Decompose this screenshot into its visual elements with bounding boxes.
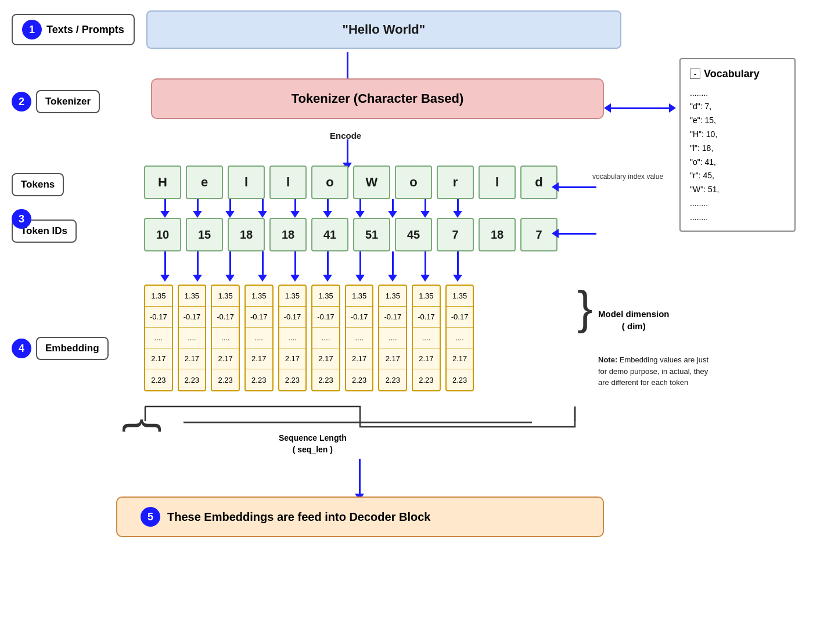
arrow-h-line xyxy=(611,107,669,109)
emb-col-6: 1.35 -0.17 .... 2.17 2.23 xyxy=(345,285,374,391)
tokenid-7a: 7 xyxy=(437,218,474,251)
arrow-t7 xyxy=(388,199,397,218)
emb-col-3: 1.35 -0.17 .... 2.17 2.23 xyxy=(244,285,274,391)
step4-circle: 4 xyxy=(12,339,31,358)
emb-7-3: 2.17 xyxy=(379,348,406,369)
emb-8-3: 2.17 xyxy=(413,348,440,369)
arrow-hl xyxy=(552,182,559,192)
emb-5-2: .... xyxy=(312,328,339,348)
arrow-hl2 xyxy=(552,229,559,238)
arrow-h2 xyxy=(552,229,596,238)
emb-col-0: 1.35 -0.17 .... 2.17 2.23 xyxy=(144,285,173,391)
emb-4-4: 2.23 xyxy=(279,369,306,390)
arrow-t5 xyxy=(323,199,332,218)
arrow-t9 xyxy=(453,199,462,218)
tokenizer-box: Tokenizer (Character Based) xyxy=(151,78,604,119)
emb-col-4: 1.35 -0.17 .... 2.17 2.23 xyxy=(278,285,307,391)
emb-3-2: .... xyxy=(246,328,272,348)
vocab-entry-8: ........ xyxy=(690,197,785,211)
tokenid-18b: 18 xyxy=(269,218,307,251)
emb-5-3: 2.17 xyxy=(312,348,339,369)
step5-label: These Embeddings are feed into Decoder B… xyxy=(167,510,430,524)
tokenid-51: 51 xyxy=(353,218,390,251)
emb-1-1: -0.17 xyxy=(179,307,206,328)
emb-1-3: 2.17 xyxy=(179,348,206,369)
arrow-encode-line xyxy=(347,139,348,163)
emb-1-2: .... xyxy=(179,328,206,348)
arrow-tokenizer-vocab xyxy=(604,103,676,113)
emb-1-4: 2.23 xyxy=(179,369,206,390)
emb-col-9: 1.35 -0.17 .... 2.17 2.23 xyxy=(445,285,474,391)
emb-7-0: 1.35 xyxy=(379,286,406,307)
emb-col-8: 1.35 -0.17 .... 2.17 2.23 xyxy=(412,285,441,391)
arrow-vocab-index xyxy=(552,182,596,192)
tokens-row: H e l l o W o r l d xyxy=(144,166,557,199)
vocab-entry-0: ........ xyxy=(690,87,785,100)
arrow-t6 xyxy=(355,199,365,218)
vocabulary-box: - Vocabulary ........ "d": 7, "e": 15, "… xyxy=(679,58,796,232)
arrow-head-right xyxy=(669,103,676,113)
vocab-entry-5: "o": 41, xyxy=(690,156,785,170)
arrows-id-to-emb xyxy=(144,251,446,282)
arrow-e3 xyxy=(258,251,267,282)
seq-len-label: Sequence Length( seq_len ) xyxy=(279,433,347,455)
emb-4-0: 1.35 xyxy=(279,286,306,307)
arrow-e2 xyxy=(225,251,235,282)
token-o1: o xyxy=(311,166,348,199)
token-H: H xyxy=(144,166,181,199)
step4-label: 4 Embedding xyxy=(12,337,109,360)
emb-0-0: 1.35 xyxy=(145,286,172,307)
emb-9-1: -0.17 xyxy=(447,307,473,328)
token-l1: l xyxy=(228,166,265,199)
emb-6-4: 2.23 xyxy=(346,369,373,390)
emb-3-0: 1.35 xyxy=(246,286,272,307)
step1-circle: 1 xyxy=(22,20,42,39)
arrow-e0 xyxy=(160,251,170,282)
vocab-entry-9: ........ xyxy=(690,211,785,225)
vocabulary-title: - Vocabulary xyxy=(690,65,785,83)
token-ids-row: 10 15 18 18 41 51 45 7 18 7 xyxy=(144,218,557,251)
arrow-t3 xyxy=(258,199,267,218)
row1-texts-prompts: 1 Texts / Prompts "Hello World" xyxy=(12,10,621,49)
arrow-e7 xyxy=(388,251,397,282)
tokenid-10: 10 xyxy=(144,218,181,251)
token-l3: l xyxy=(479,166,516,199)
emb-0-1: -0.17 xyxy=(145,307,172,328)
arrow-e8 xyxy=(420,251,430,282)
emb-0-4: 2.23 xyxy=(145,369,172,390)
step1-label-box: 1 Texts / Prompts xyxy=(12,14,135,45)
emb-5-4: 2.23 xyxy=(312,369,339,390)
emb-5-1: -0.17 xyxy=(312,307,339,328)
emb-6-2: .... xyxy=(346,328,373,348)
step4-label-box: Embedding xyxy=(36,337,109,360)
arrow-t8 xyxy=(420,199,430,218)
emb-8-4: 2.23 xyxy=(413,369,440,390)
emb-2-1: -0.17 xyxy=(212,307,239,328)
step2-circle: 2 xyxy=(12,92,31,111)
emb-9-0: 1.35 xyxy=(447,286,473,307)
emb-6-3: 2.17 xyxy=(346,348,373,369)
vocab-entry-6: "r": 45, xyxy=(690,169,785,183)
arrow-e1 xyxy=(193,251,202,282)
emb-col-7: 1.35 -0.17 .... 2.17 2.23 xyxy=(378,285,407,391)
tokenid-18a: 18 xyxy=(228,218,265,251)
emb-2-0: 1.35 xyxy=(212,286,239,307)
emb-9-2: .... xyxy=(447,328,473,348)
emb-3-1: -0.17 xyxy=(246,307,272,328)
arrow-t0 xyxy=(160,199,170,218)
emb-9-3: 2.17 xyxy=(447,348,473,369)
emb-col-5: 1.35 -0.17 .... 2.17 2.23 xyxy=(311,285,340,391)
arrow-vocab-index2 xyxy=(552,229,596,238)
token-o2: o xyxy=(395,166,432,199)
emb-col-1: 1.35 -0.17 .... 2.17 2.23 xyxy=(178,285,207,391)
step2-label-box: Tokenizer xyxy=(36,90,100,113)
emb-7-1: -0.17 xyxy=(379,307,406,328)
arrow-to-step5-line xyxy=(359,459,361,494)
vocab-minus-icon: - xyxy=(690,69,700,79)
embedding-matrix: 1.35 -0.17 .... 2.17 2.23 1.35 -0.17 ...… xyxy=(144,285,474,391)
arrow-t1 xyxy=(193,199,202,218)
arrow-e4 xyxy=(290,251,300,282)
emb-0-2: .... xyxy=(145,328,172,348)
tokenid-41: 41 xyxy=(311,218,348,251)
emb-8-2: .... xyxy=(413,328,440,348)
